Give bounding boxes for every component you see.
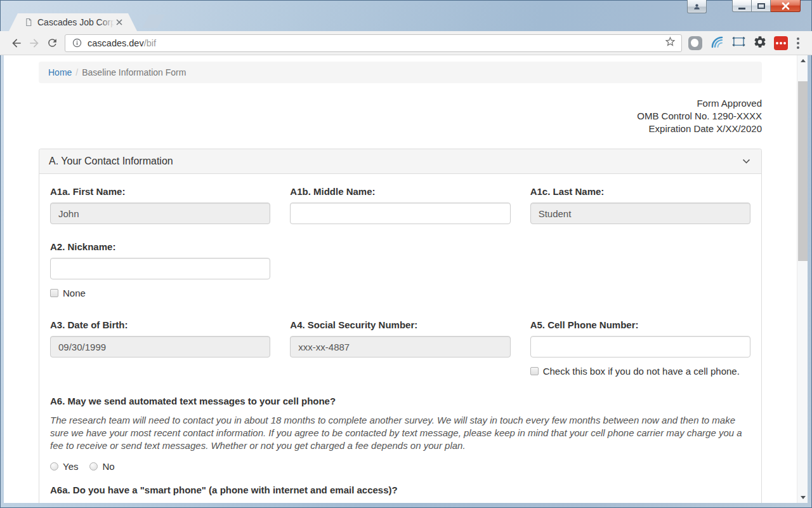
breadcrumb: Home/Baseline Information Form <box>39 62 762 83</box>
approval-line-2: OMB Control No. 1290-XXXX <box>39 110 762 123</box>
approval-line-1: Form Approved <box>39 97 762 110</box>
nickname-none-label: None <box>63 288 86 298</box>
bookmark-star-button[interactable] <box>664 36 676 50</box>
form-approval-block: Form Approved OMB Control No. 1290-XXXX … <box>39 97 762 135</box>
vertical-scrollbar[interactable] <box>797 55 808 503</box>
question-a6a: A6a. Do you have a "smart phone" (a phon… <box>50 485 750 503</box>
forward-arrow-icon <box>28 37 41 50</box>
nickname-label: A2. Nickname: <box>50 241 270 252</box>
contact-information-panel: A. Your Contact Information A1a. First N… <box>39 149 762 503</box>
tab-close-icon[interactable] <box>114 17 124 27</box>
red-dots-icon[interactable] <box>774 36 788 50</box>
panel-title: A. Your Contact Information <box>49 156 173 167</box>
middle-name-input[interactable] <box>290 203 510 224</box>
blue-arcs-icon[interactable] <box>709 34 724 52</box>
tab-title: Cascades Job Corps <box>37 17 114 27</box>
question-a6-note: The research team will need to contact y… <box>50 414 750 452</box>
forward-button[interactable] <box>25 34 43 52</box>
ssn-input <box>290 336 510 358</box>
no-cell-label: Check this box if you do not have a cell… <box>543 366 740 377</box>
a6-option-yes[interactable]: Yes <box>50 461 78 472</box>
moon-badge-icon[interactable] <box>688 36 702 50</box>
extensions-row <box>688 34 788 52</box>
address-bar[interactable]: cascades.dev/bif <box>65 34 682 52</box>
new-tab-button[interactable] <box>142 15 165 28</box>
dob-label: A3. Date of Birth: <box>50 319 270 330</box>
question-a6-label: A6. May we send automated text messages … <box>50 396 750 406</box>
url-path: /bif <box>144 38 156 48</box>
scrollbar-up-arrow[interactable] <box>797 55 808 66</box>
close-icon <box>781 2 790 10</box>
panel-body: A1a. First Name: A1b. Middle Name: A1c. … <box>39 174 761 503</box>
dob-input <box>50 336 270 358</box>
minimize-button[interactable] <box>732 0 752 12</box>
url-host: cascades.dev <box>88 38 144 48</box>
a6-option-no-label: No <box>102 461 114 472</box>
first-name-label: A1a. First Name: <box>50 186 270 197</box>
scrollbar-thumb[interactable] <box>798 81 808 261</box>
minimize-icon <box>738 8 745 10</box>
a6-option-yes-label: Yes <box>63 461 78 472</box>
dob-ssn-cell-row: A3. Date of Birth: A4. Social Security N… <box>50 318 750 377</box>
profile-button[interactable] <box>687 0 707 13</box>
info-icon[interactable] <box>72 37 82 48</box>
capture-frame-icon[interactable] <box>731 34 746 51</box>
middle-name-label: A1b. Middle Name: <box>290 186 510 197</box>
nickname-none-checkbox[interactable] <box>50 289 58 297</box>
back-button[interactable] <box>8 34 25 52</box>
breadcrumb-current: Baseline Information Form <box>82 67 186 77</box>
reload-button[interactable] <box>43 34 61 52</box>
reload-icon <box>46 37 58 49</box>
document-icon <box>24 17 33 27</box>
nickname-none-checkline: None <box>50 288 270 298</box>
radio-icon[interactable] <box>50 462 58 471</box>
url-text[interactable]: cascades.dev/bif <box>88 38 156 48</box>
question-a6a-label: A6a. Do you have a "smart phone" (a phon… <box>50 485 750 495</box>
question-a6-options: Yes No <box>50 461 750 472</box>
titlebar[interactable]: Cascades Job Corps <box>0 0 812 31</box>
first-name-input <box>50 203 270 224</box>
breadcrumb-home-link[interactable]: Home <box>48 67 72 77</box>
ssn-label: A4. Social Security Number: <box>290 319 510 330</box>
browser-menu-button[interactable] <box>790 34 806 52</box>
page-content: Home/Baseline Information Form Form Appr… <box>4 55 808 503</box>
panel-heading-contact-information[interactable]: A. Your Contact Information <box>39 149 761 174</box>
scrollbar-down-arrow[interactable] <box>797 492 808 503</box>
cell-phone-input[interactable] <box>530 336 750 358</box>
navigation-toolbar: cascades.dev/bif <box>0 31 812 55</box>
browser-window: Cascades Job Corps cas <box>0 0 812 508</box>
no-cell-checkbox[interactable] <box>530 367 539 375</box>
last-name-input <box>530 203 750 224</box>
person-icon <box>693 3 701 11</box>
nickname-row: A2. Nickname: None <box>50 239 750 298</box>
nickname-input[interactable] <box>50 258 270 279</box>
star-icon <box>664 36 676 48</box>
gear-icon[interactable] <box>753 35 767 51</box>
page-viewport: Home/Baseline Information Form Form Appr… <box>4 55 797 503</box>
browser-tab[interactable]: Cascades Job Corps <box>9 13 137 31</box>
no-cell-checkline: Check this box if you do not have a cell… <box>530 366 750 377</box>
radio-icon[interactable] <box>89 462 98 471</box>
maximize-icon <box>757 3 765 9</box>
approval-line-3: Expiration Date X/XX/2020 <box>39 123 762 135</box>
name-fields-row: A1a. First Name: A1b. Middle Name: A1c. … <box>50 184 750 224</box>
cell-phone-label: A5. Cell Phone Number: <box>530 319 750 330</box>
window-controls <box>732 0 801 12</box>
maximize-button[interactable] <box>752 0 771 12</box>
a6-option-no[interactable]: No <box>89 461 114 472</box>
close-button[interactable] <box>771 0 801 12</box>
back-arrow-icon <box>10 37 23 50</box>
chevron-down-icon[interactable] <box>741 156 752 167</box>
breadcrumb-separator: / <box>72 67 82 77</box>
question-a6: A6. May we send automated text messages … <box>50 396 750 472</box>
last-name-label: A1c. Last Name: <box>530 186 750 197</box>
